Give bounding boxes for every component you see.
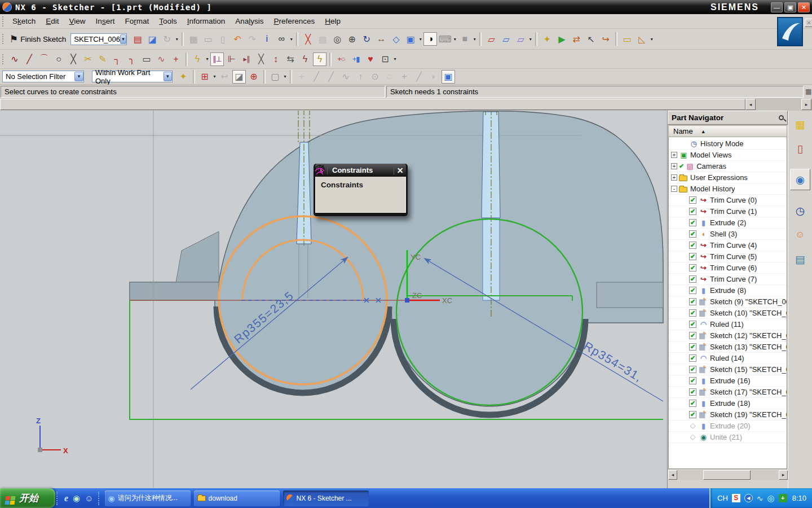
tree-item[interactable]: +User Expressions — [669, 172, 787, 183]
tree-item[interactable]: +Model Views — [669, 150, 787, 161]
tangent-constraint-icon[interactable] — [360, 192, 375, 207]
fit-view-icon[interactable]: ╳ — [301, 32, 315, 46]
quick-extend-icon[interactable]: ✎ — [96, 52, 109, 66]
selection-filter-combo[interactable]: No Selection Filter — [2, 71, 84, 82]
chevron-down-icon[interactable] — [164, 72, 172, 81]
chevron-down-icon[interactable] — [74, 72, 83, 81]
update-model-icon[interactable]: ↻ — [160, 32, 174, 46]
pan-view-icon[interactable]: ↔ — [374, 32, 388, 46]
work-plane-lock-icon[interactable]: ◪ — [232, 70, 246, 84]
menu-format[interactable]: Format — [120, 15, 154, 27]
toolbar-grip[interactable] — [2, 34, 5, 44]
tree-item[interactable]: Ruled (14) — [669, 353, 787, 364]
back-icon[interactable] — [744, 494, 753, 502]
orient-view-to-sketch-icon[interactable]: ◪ — [145, 32, 159, 46]
sketch-name-combo[interactable]: SKETCH_006 — [70, 33, 127, 45]
project-curve-dropdown-icon[interactable] — [392, 56, 398, 62]
snap-arc-center-icon[interactable]: ⊙ — [368, 70, 382, 84]
tree-item[interactable]: -Model History — [669, 183, 787, 195]
constraints-icon[interactable]: ∥⊥ — [210, 52, 224, 66]
feature-checkbox[interactable] — [689, 411, 696, 418]
marquee-select-icon[interactable]: ▢ — [268, 70, 282, 84]
right-ledge[interactable] — [597, 282, 663, 308]
scrollbar-thumb[interactable] — [703, 470, 751, 480]
display-mode-dropdown-icon[interactable] — [452, 37, 457, 42]
constraint-navigator-tab[interactable] — [790, 138, 810, 159]
tree-item[interactable]: Sketch (17) "SKETCH_00 — [669, 387, 787, 398]
menu-preferences[interactable]: Preferences — [269, 15, 320, 27]
snap-quadrant-icon[interactable]: ◌ — [383, 70, 396, 84]
fillet-icon[interactable]: ╮ — [125, 52, 139, 66]
find-icon[interactable]: ∞ — [275, 32, 288, 46]
feature-checkbox[interactable] — [689, 253, 696, 260]
restore-button[interactable]: ▣ — [784, 2, 796, 12]
tree-item[interactable]: Extrude (20) — [669, 421, 787, 432]
feature-checkbox[interactable] — [689, 264, 696, 271]
concentric-constraint-icon[interactable] — [321, 192, 336, 207]
tree-item[interactable]: Trim Curve (6) — [669, 262, 787, 274]
snap-key-icon[interactable]: ✦ — [540, 32, 554, 46]
selection-scope-combo[interactable]: Within Work Part Only — [92, 71, 173, 82]
rectangle-icon[interactable]: ▭ — [140, 52, 153, 66]
background-swatch-icon[interactable]: ■ — [458, 32, 471, 46]
feature-checkbox[interactable] — [689, 321, 696, 328]
copy-icon[interactable]: ▭ — [201, 32, 215, 46]
tree-item[interactable]: Trim Curve (1) — [669, 206, 787, 217]
menu-sketch[interactable]: Sketch — [7, 15, 41, 27]
inferred-constraints-icon[interactable]: ϟ — [313, 52, 326, 66]
auto-constrain-icon[interactable]: ⊩ — [225, 52, 239, 66]
feature-checkbox[interactable] — [689, 400, 696, 407]
rail-close-icon[interactable]: ✕ — [805, 19, 812, 27]
expand-box-icon[interactable]: + — [671, 163, 677, 169]
part-navigator-header[interactable]: Part Navigator — [668, 111, 788, 125]
equal-radius-constraint-icon[interactable] — [380, 192, 395, 207]
scroll-left-button[interactable]: ◂ — [745, 99, 756, 110]
orient-cube-dropdown-icon[interactable] — [418, 37, 423, 42]
perspective-icon[interactable]: ◇ — [389, 32, 403, 46]
point-dialog-icon[interactable]: ⊞ — [198, 70, 211, 84]
snap-intersection-icon[interactable]: ↑ — [354, 70, 367, 84]
materials-tab[interactable] — [790, 248, 810, 270]
display-sketch-constraints-icon[interactable]: ▸∥ — [240, 52, 253, 66]
information-icon[interactable]: i — [260, 32, 273, 46]
constraints-dialog-titlebar[interactable]: ↖ Constraints ✕ — [315, 164, 406, 177]
toolbar-grip[interactable] — [2, 16, 5, 27]
feature-checkbox[interactable] — [689, 208, 696, 215]
snap-cursor-icon[interactable]: ↖ — [584, 32, 598, 46]
offset-extract-point-icon[interactable]: +○ — [334, 52, 348, 66]
finish-sketch-button[interactable]: Finish Sketch — [20, 35, 66, 43]
wcs-origin[interactable] — [405, 298, 409, 303]
finish-sketch-flag-icon[interactable]: ⚑ — [10, 33, 18, 45]
name-column-header[interactable]: Name — [668, 125, 787, 137]
animate-dimension-icon[interactable]: ↕ — [269, 52, 283, 66]
studio-spline-icon[interactable]: ∿ — [155, 52, 168, 66]
pin-icon[interactable] — [779, 115, 784, 120]
snap-mid-point-icon[interactable]: ╱ — [324, 70, 338, 84]
measure-distance-icon[interactable]: ▭ — [620, 32, 634, 46]
find-dropdown-icon[interactable] — [289, 37, 294, 42]
quicklaunch-grip[interactable] — [56, 492, 59, 505]
redo-icon[interactable]: ↷ — [245, 32, 259, 46]
snap-swap-icon[interactable]: ⇄ — [570, 32, 583, 46]
tree-item[interactable]: Sketch (12) "SKETCH_00 — [669, 330, 787, 341]
snap-play-icon[interactable]: ▶ — [555, 32, 568, 46]
ie-icon[interactable] — [64, 493, 68, 503]
feature-checkbox[interactable] — [689, 219, 696, 226]
snap-datum-icon[interactable]: ▣ — [442, 70, 455, 84]
tree-item[interactable]: Trim Curve (5) — [669, 251, 787, 262]
input-language-indicator[interactable]: CH — [717, 494, 728, 502]
snap-end-point-icon[interactable]: ╱ — [310, 70, 323, 84]
feature-checkbox[interactable] — [689, 275, 696, 283]
undo-selection-icon[interactable]: ↩ — [218, 70, 231, 84]
measure-angle-icon[interactable]: ◺ — [635, 32, 648, 46]
orbit-point-icon[interactable]: ⊕ — [247, 70, 261, 84]
nx-dialog-rail-icon[interactable] — [777, 17, 803, 46]
tree-item[interactable]: Sketch (13) "SKETCH_00 — [669, 341, 787, 353]
swoosh-icon[interactable] — [757, 493, 764, 503]
feature-checkbox[interactable] — [689, 309, 696, 317]
quicklaunch-grip[interactable] — [98, 492, 100, 505]
feature-checkbox[interactable] — [689, 332, 696, 339]
scroll-right-button[interactable]: ▸ — [779, 470, 788, 480]
tree-item[interactable]: Ruled (11) — [669, 319, 787, 330]
taskbar-item-folder[interactable]: download — [194, 491, 280, 506]
